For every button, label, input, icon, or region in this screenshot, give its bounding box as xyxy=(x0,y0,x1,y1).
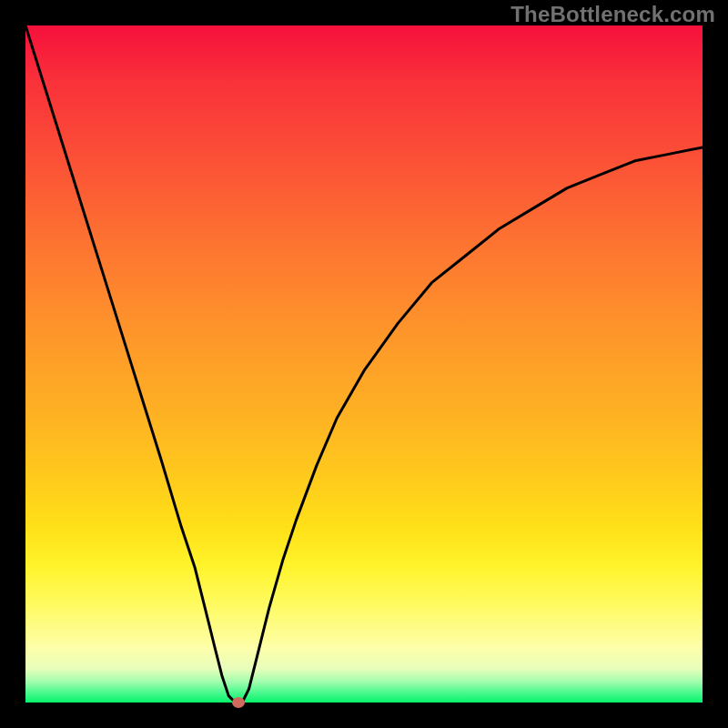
watermark-text: TheBottleneck.com xyxy=(511,2,715,27)
plot-area xyxy=(25,25,703,703)
minimum-marker-dot xyxy=(232,697,245,708)
chart-frame: TheBottleneck.com xyxy=(0,0,728,728)
bottleneck-curve xyxy=(25,25,703,703)
